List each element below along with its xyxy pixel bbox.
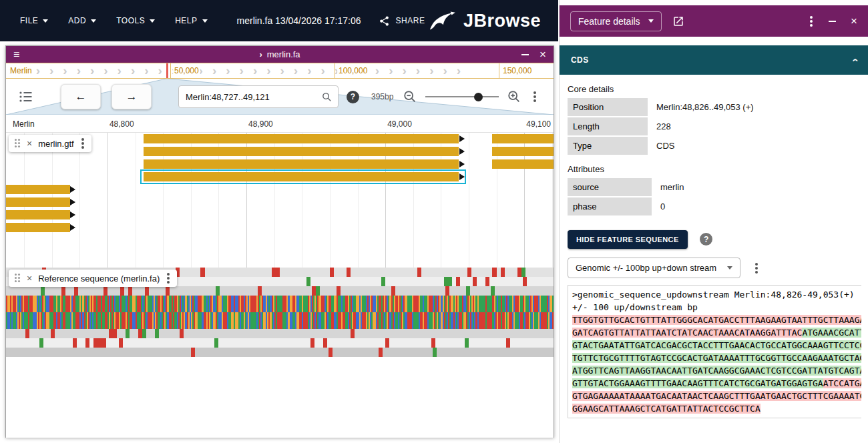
stop-codon-mark: [473, 277, 477, 286]
row-label: phase: [568, 197, 652, 215]
feature-sequence-panel[interactable]: >genomic_sequence_updownstream Merlin:48…: [568, 285, 861, 418]
stop-codon-mark: [272, 268, 276, 277]
stop-codon-mark: [113, 329, 117, 338]
view-menu-icon[interactable]: ≡: [13, 49, 19, 60]
close-view-button[interactable]: ×: [539, 49, 546, 60]
track-menu-icon[interactable]: [166, 277, 171, 280]
start-codon-mark: [39, 338, 43, 348]
drawer-kebab-menu[interactable]: [809, 20, 814, 23]
drawer-type-select[interactable]: Feature details: [570, 11, 662, 31]
stop-codon-mark: [337, 286, 341, 296]
kebab-icon: [167, 277, 170, 280]
caret-down-icon: [150, 19, 155, 23]
start-codon-mark: [521, 268, 525, 277]
view-toolbar: ← → Merlin:48,727..49,121 ? 395bp: [6, 79, 554, 115]
stop-codon-mark: [379, 348, 383, 357]
stop-codon-mark: [347, 268, 351, 277]
ruler-tick-label: 49,100: [526, 119, 551, 129]
share-button[interactable]: SHARE: [379, 15, 425, 27]
fasta-header-line1: >genomic_sequence_updownstream Merlin:48…: [572, 288, 861, 301]
zoom-out-icon[interactable]: [403, 89, 417, 104]
stop-codon-mark: [25, 329, 29, 338]
stop-codon-mark: [501, 268, 505, 277]
sequence-actions: HIDE FEATURE SEQUENCE ?: [568, 217, 861, 249]
menu-tools[interactable]: TOOLS: [116, 16, 155, 25]
start-codon-mark: [306, 277, 310, 286]
close-track-icon[interactable]: ×: [27, 273, 32, 284]
feature-direction-arrow: [459, 148, 465, 155]
gene-feature[interactable]: [144, 147, 459, 156]
row-label: Type: [568, 137, 648, 155]
overview-chevrons: ››››››››››››››››››››››››››››››››››: [9, 63, 554, 78]
menu-help[interactable]: HELP: [175, 16, 207, 25]
gene-feature[interactable]: [144, 159, 459, 169]
stop-codon-mark: [138, 329, 142, 338]
menu-add[interactable]: ADD: [68, 16, 96, 25]
gene-feature[interactable]: [144, 134, 459, 143]
start-codon-mark: [214, 338, 218, 348]
help-icon[interactable]: ?: [347, 91, 359, 103]
sequence-mode-select[interactable]: Genomic +/- 100bp up+down stream: [568, 258, 740, 278]
start-codon-mark: [142, 329, 146, 338]
start-codon-mark: [448, 277, 452, 286]
menu-file[interactable]: FILE: [20, 16, 48, 25]
minimize-view-button[interactable]: [521, 54, 529, 55]
ruler-tick-label: 48,800: [110, 119, 134, 129]
gene-feature[interactable]: [6, 210, 70, 219]
track-selector-icon[interactable]: [18, 89, 34, 105]
track-label-refseq[interactable]: × Reference sequence (merlin.fa): [9, 270, 177, 287]
attr-row-phase: phase 0: [568, 197, 861, 215]
stop-codon-mark: [166, 286, 170, 296]
stop-codon-mark: [391, 286, 395, 296]
start-codon-mark: [466, 286, 470, 296]
sequence-kebab-menu[interactable]: [754, 267, 759, 270]
translation-frame-row: [6, 329, 554, 338]
gene-feature[interactable]: [6, 185, 70, 194]
close-drawer-button[interactable]: ×: [851, 15, 857, 27]
gene-feature[interactable]: [492, 134, 554, 143]
zoom-in-icon[interactable]: [507, 89, 521, 104]
drag-handle-icon[interactable]: [15, 274, 21, 283]
track-label-gtf[interactable]: × merlin.gtf: [9, 135, 91, 152]
location-searchbox[interactable]: Merlin:48,727..49,121: [178, 85, 339, 108]
detail-row-position: Position Merlin:48,826..49,053 (+): [568, 98, 861, 116]
gene-feature[interactable]: [492, 147, 554, 156]
pan-right-button[interactable]: →: [112, 84, 152, 109]
gridline: [136, 133, 136, 268]
gene-feature[interactable]: [492, 159, 554, 169]
stop-codon-mark: [200, 268, 204, 277]
gene-feature[interactable]: [6, 223, 70, 232]
sequence-help-icon[interactable]: ?: [700, 233, 712, 246]
zoom-slider[interactable]: [425, 92, 499, 101]
attr-row-source: source merlin: [568, 178, 861, 196]
row-label: source: [568, 178, 652, 196]
row-label: Position: [568, 98, 648, 116]
drag-handle-icon[interactable]: [15, 139, 21, 148]
overview-scalebar[interactable]: ›››››››››››››››››››››››››››››››››› Merli…: [6, 63, 554, 79]
base-stripe: [552, 296, 554, 312]
minimize-drawer-button[interactable]: [829, 21, 836, 22]
zoom-slider-thumb[interactable]: [474, 93, 483, 101]
view-kebab-menu[interactable]: [532, 95, 537, 98]
row-value: Merlin:48,826..49,053 (+): [648, 98, 763, 116]
start-codon-mark: [433, 348, 437, 357]
stop-codon-mark: [431, 338, 435, 348]
drawer-title: Feature details: [578, 16, 640, 27]
stop-codon-mark: [103, 286, 107, 296]
open-in-new-button[interactable]: [672, 15, 684, 27]
gene-feature[interactable]: [6, 197, 70, 207]
cds-accordion-header[interactable]: CDS ›: [560, 45, 868, 75]
hide-feature-sequence-button[interactable]: HIDE FEATURE SEQUENCE: [568, 230, 688, 249]
stop-codon-mark: [102, 338, 106, 348]
overview-view-marker[interactable]: [166, 63, 168, 78]
kebab-icon: [810, 20, 813, 23]
stop-codon-mark: [73, 338, 77, 348]
stop-codon-mark: [330, 268, 334, 277]
stop-codon-mark: [120, 286, 124, 296]
close-track-icon[interactable]: ×: [27, 138, 32, 149]
feature-direction-arrow: [459, 135, 465, 142]
stop-codon-mark: [351, 329, 355, 338]
pan-left-button[interactable]: ←: [61, 84, 101, 109]
track-menu-icon[interactable]: [80, 142, 85, 145]
stop-codon-mark: [61, 286, 65, 296]
